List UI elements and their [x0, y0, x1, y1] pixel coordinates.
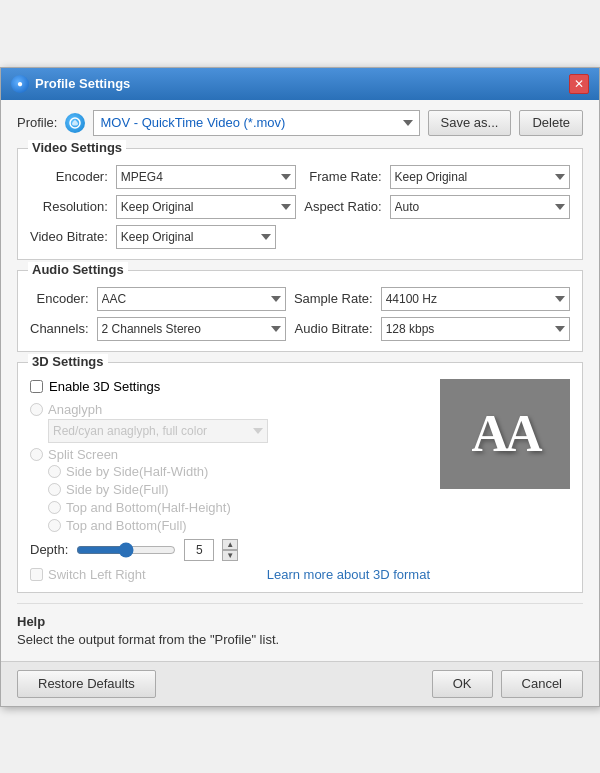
split-screen-sub: Side by Side(Half-Width) Side by Side(Fu…: [48, 464, 430, 533]
encoder-select[interactable]: MPEG4: [116, 165, 296, 189]
depth-slider[interactable]: [76, 542, 176, 558]
split-screen-label: Split Screen: [48, 447, 118, 462]
enable-3d-checkbox[interactable]: [30, 380, 43, 393]
profile-icon: [65, 113, 85, 133]
side-by-side-half-radio[interactable]: [48, 465, 61, 478]
sample-rate-label: Sample Rate:: [294, 291, 373, 306]
top-bottom-full-radio[interactable]: [48, 519, 61, 532]
audio-bitrate-select[interactable]: 128 kbps: [381, 317, 570, 341]
app-icon: ●: [11, 75, 29, 93]
delete-button[interactable]: Delete: [519, 110, 583, 136]
enable-3d-label: Enable 3D Settings: [49, 379, 160, 394]
anaglyph-radio[interactable]: [30, 403, 43, 416]
depth-value-input[interactable]: [184, 539, 214, 561]
learn-more-link[interactable]: Learn more about 3D format: [267, 567, 430, 582]
title-bar-left: ● Profile Settings: [11, 75, 130, 93]
side-by-side-full-row: Side by Side(Full): [48, 482, 430, 497]
aspect-ratio-select[interactable]: Auto: [390, 195, 570, 219]
channels-select[interactable]: 2 Channels Stereo: [97, 317, 286, 341]
side-by-side-half-label: Side by Side(Half-Width): [66, 464, 208, 479]
channels-label: Channels:: [30, 321, 89, 336]
depth-up-button[interactable]: ▲: [222, 539, 238, 550]
help-separator: [17, 603, 583, 604]
split-screen-radio-row: Split Screen: [30, 447, 430, 462]
switch-lr-label: Switch Left Right: [48, 567, 146, 582]
video-settings-section: Video Settings Encoder: MPEG4 Frame Rate…: [17, 148, 583, 260]
anaglyph-type-select[interactable]: Red/cyan anaglyph, full color: [48, 419, 268, 443]
help-text: Select the output format from the "Profi…: [17, 632, 583, 647]
help-title: Help: [17, 614, 583, 629]
video-bitrate-label: Video Bitrate:: [30, 229, 108, 244]
audio-encoder-select[interactable]: AAC: [97, 287, 286, 311]
restore-defaults-button[interactable]: Restore Defaults: [17, 670, 156, 698]
main-content: Profile: MOV - QuickTime Video (*.mov) S…: [1, 100, 599, 661]
frame-rate-select[interactable]: Keep Original: [390, 165, 570, 189]
ok-button[interactable]: OK: [432, 670, 493, 698]
dialog-title: Profile Settings: [35, 76, 130, 91]
audio-settings-title: Audio Settings: [28, 262, 128, 277]
depth-label: Depth:: [30, 542, 68, 557]
resolution-select[interactable]: Keep Original: [116, 195, 296, 219]
sample-rate-select[interactable]: 44100 Hz: [381, 287, 570, 311]
anaglyph-label: Anaglyph: [48, 402, 102, 417]
depth-spinner: ▲ ▼: [222, 539, 238, 561]
threed-preview-text: AA: [471, 404, 538, 463]
audio-bitrate-label: Audio Bitrate:: [294, 321, 373, 336]
side-by-side-half-row: Side by Side(Half-Width): [48, 464, 430, 479]
profile-row: Profile: MOV - QuickTime Video (*.mov) S…: [17, 110, 583, 136]
threed-controls: Enable 3D Settings Anaglyph Red/cyan ana…: [30, 379, 430, 582]
profile-select[interactable]: MOV - QuickTime Video (*.mov): [93, 110, 419, 136]
top-bottom-half-label: Top and Bottom(Half-Height): [66, 500, 231, 515]
switch-left: Switch Left Right: [30, 567, 146, 582]
threed-preview: AA: [440, 379, 570, 489]
top-bottom-half-radio[interactable]: [48, 501, 61, 514]
threed-inner: Enable 3D Settings Anaglyph Red/cyan ana…: [30, 379, 570, 582]
title-bar: ● Profile Settings ✕: [1, 68, 599, 100]
frame-rate-label: Frame Rate:: [304, 169, 381, 184]
help-section: Help Select the output format from the "…: [17, 608, 583, 651]
switch-row: Switch Left Right Learn more about 3D fo…: [30, 567, 430, 582]
video-settings-title: Video Settings: [28, 140, 126, 155]
top-bottom-half-row: Top and Bottom(Half-Height): [48, 500, 430, 515]
close-button[interactable]: ✕: [569, 74, 589, 94]
resolution-label: Resolution:: [30, 199, 108, 214]
side-by-side-full-label: Side by Side(Full): [66, 482, 169, 497]
profile-label: Profile:: [17, 115, 57, 130]
footer: Restore Defaults OK Cancel: [1, 661, 599, 706]
threed-settings-section: 3D Settings Enable 3D Settings Anaglyph: [17, 362, 583, 593]
encoder-label: Encoder:: [30, 169, 108, 184]
threed-settings-title: 3D Settings: [28, 354, 108, 369]
depth-down-button[interactable]: ▼: [222, 550, 238, 561]
video-settings-grid: Encoder: MPEG4 Frame Rate: Keep Original…: [30, 165, 570, 249]
top-bottom-full-label: Top and Bottom(Full): [66, 518, 187, 533]
footer-right: OK Cancel: [432, 670, 583, 698]
side-by-side-full-radio[interactable]: [48, 483, 61, 496]
top-bottom-full-row: Top and Bottom(Full): [48, 518, 430, 533]
audio-settings-grid: Encoder: AAC Sample Rate: 44100 Hz Chann…: [30, 287, 570, 341]
aspect-ratio-label: Aspect Ratio:: [304, 199, 381, 214]
audio-encoder-label: Encoder:: [30, 291, 89, 306]
anaglyph-radio-row: Anaglyph: [30, 402, 430, 417]
video-bitrate-select[interactable]: Keep Original: [116, 225, 276, 249]
split-screen-radio[interactable]: [30, 448, 43, 461]
depth-row: Depth: ▲ ▼: [30, 539, 430, 561]
enable-3d-row: Enable 3D Settings: [30, 379, 430, 394]
audio-settings-section: Audio Settings Encoder: AAC Sample Rate:…: [17, 270, 583, 352]
cancel-button[interactable]: Cancel: [501, 670, 583, 698]
save-as-button[interactable]: Save as...: [428, 110, 512, 136]
dialog-window: ● Profile Settings ✕ Profile: MOV - Quic…: [0, 67, 600, 707]
switch-lr-checkbox[interactable]: [30, 568, 43, 581]
